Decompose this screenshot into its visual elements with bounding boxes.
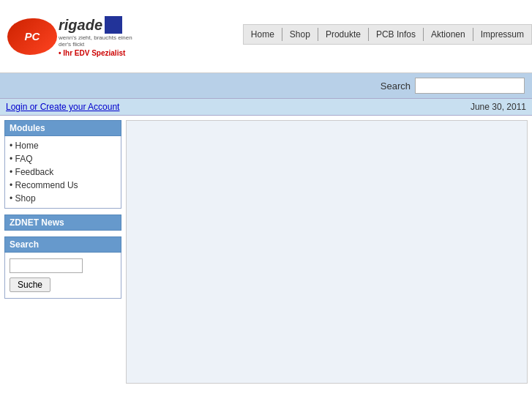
sidebar: Modules Home FAQ Feedback Recommend Us S… xyxy=(4,120,121,384)
nav-produkte[interactable]: Produkte xyxy=(318,28,369,41)
content-area xyxy=(126,120,528,384)
logo-graphic: PC rigade wenn's zieht, brauchts einen d… xyxy=(7,16,168,57)
sidebar-item-faq[interactable]: FAQ xyxy=(10,152,116,165)
sidebar-item-shop[interactable]: Shop xyxy=(10,192,116,205)
zdnet-title: ZDNET News xyxy=(4,215,121,231)
sidebar-search-button[interactable]: Suche xyxy=(10,277,50,292)
zdnet-box: ZDNET News xyxy=(4,215,121,231)
modules-content: Home FAQ Feedback Recommend Us Shop xyxy=(4,136,121,209)
nav-aktionen[interactable]: Aktionen xyxy=(424,28,473,41)
login-bar: Login or Create your Account June 30, 20… xyxy=(0,98,532,116)
sidebar-item-home[interactable]: Home xyxy=(10,139,116,152)
sidebar-search-input[interactable] xyxy=(10,258,83,273)
login-link[interactable]: Login or Create your Account xyxy=(6,102,119,112)
logo-tagline: wenn's zieht, brauchts einen der's flick… xyxy=(59,34,135,48)
nav-home[interactable]: Home xyxy=(244,28,282,41)
main: Modules Home FAQ Feedback Recommend Us S… xyxy=(0,116,532,388)
nav-pcbinfos[interactable]: PCB Infos xyxy=(369,28,424,41)
search-box: Search Suche xyxy=(4,236,121,299)
logo-oval: PC xyxy=(7,18,57,55)
search-bar-input[interactable] xyxy=(415,78,525,94)
modules-box: Modules Home FAQ Feedback Recommend Us S… xyxy=(4,120,121,209)
logo-blue-square xyxy=(105,16,122,34)
logo-brand: rigade wenn's zieht, brauchts einen der'… xyxy=(59,16,135,57)
sidebar-item-recommend[interactable]: Recommend Us xyxy=(10,179,116,192)
modules-title: Modules xyxy=(4,120,121,136)
search-bar-label: Search xyxy=(381,81,411,92)
logo-area: PC rigade wenn's zieht, brauchts einen d… xyxy=(0,9,176,64)
nav-area: Home Shop Produkte PCB Infos Aktionen Im… xyxy=(176,24,532,48)
sidebar-item-feedback[interactable]: Feedback xyxy=(10,165,116,179)
header: PC rigade wenn's zieht, brauchts einen d… xyxy=(0,0,532,73)
logo-edv: • Ihr EDV Spezialist xyxy=(59,49,135,57)
search-box-content: Suche xyxy=(4,253,121,299)
logo-brigade-text: rigade xyxy=(59,18,102,32)
logo-bullet: • xyxy=(59,49,61,57)
search-box-title: Search xyxy=(4,236,121,253)
search-bar: Search xyxy=(0,73,532,98)
nav-impressum[interactable]: Impressum xyxy=(473,28,531,41)
nav-bar: Home Shop Produkte PCB Infos Aktionen Im… xyxy=(243,24,532,45)
logo-pc-text: PC xyxy=(25,30,40,42)
date-display: June 30, 2011 xyxy=(471,102,526,112)
nav-shop[interactable]: Shop xyxy=(282,28,318,41)
